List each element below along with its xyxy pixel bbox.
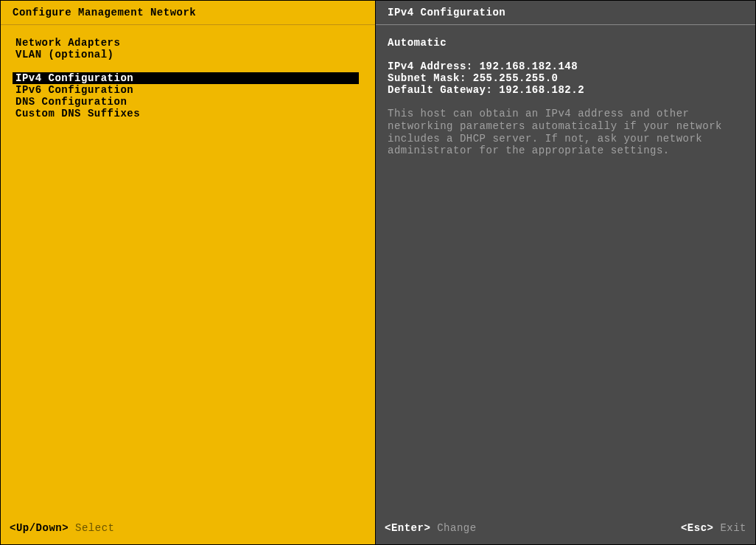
- left-panel: Configure Management Network Network Ada…: [1, 1, 376, 544]
- help-text: This host can obtain an IPv4 address and…: [388, 108, 743, 157]
- config-mode-block: Automatic: [388, 37, 743, 49]
- right-footer: <Enter> Change <Esc> Exit: [376, 516, 755, 544]
- footer-action-change: Change: [437, 522, 476, 534]
- menu-item-vlan[interactable]: VLAN (optional): [13, 49, 359, 60]
- footer-esc-group: <Esc> Exit: [681, 522, 746, 534]
- footer-key-esc: <Esc>: [681, 522, 714, 534]
- subnet-mask-value: 255.255.255.0: [473, 72, 559, 84]
- menu-item-dns-config[interactable]: DNS Configuration: [13, 96, 359, 108]
- main-container: Configure Management Network Network Ada…: [0, 0, 756, 545]
- ipv4-address-line: IPv4 Address: 192.168.182.148: [388, 60, 743, 72]
- subnet-mask-line: Subnet Mask: 255.255.255.0: [388, 72, 743, 84]
- footer-action-exit: Exit: [720, 522, 746, 534]
- config-mode: Automatic: [388, 37, 743, 49]
- default-gateway-value: 192.168.182.2: [499, 84, 584, 96]
- menu-item-network-adapters[interactable]: Network Adapters: [13, 37, 359, 49]
- menu-item-custom-dns-suffixes[interactable]: Custom DNS Suffixes: [13, 108, 359, 119]
- ipv4-address-label: IPv4 Address:: [388, 60, 473, 72]
- default-gateway-line: Default Gateway: 192.168.182.2: [388, 84, 743, 96]
- menu-item-ipv4-config[interactable]: IPv4 Configuration: [13, 72, 359, 84]
- menu-item-ipv6-config[interactable]: IPv6 Configuration: [13, 84, 359, 96]
- left-panel-title: Configure Management Network: [1, 1, 375, 25]
- left-menu: Network Adapters VLAN (optional) IPv4 Co…: [1, 25, 375, 516]
- default-gateway-label: Default Gateway:: [388, 84, 492, 96]
- right-panel-title: IPv4 Configuration: [376, 1, 755, 25]
- footer-enter-group: <Enter> Change: [385, 522, 477, 534]
- footer-key-updown: <Up/Down>: [10, 522, 69, 534]
- ipv4-address-value: 192.168.182.148: [480, 60, 578, 72]
- footer-action-select: Select: [75, 522, 114, 534]
- menu-group-config: IPv4 Configuration IPv6 Configuration DN…: [13, 72, 369, 119]
- menu-group-adapters: Network Adapters VLAN (optional): [13, 37, 369, 60]
- left-footer: <Up/Down> Select: [1, 516, 375, 544]
- right-panel: IPv4 Configuration Automatic IPv4 Addres…: [376, 1, 755, 544]
- subnet-mask-label: Subnet Mask:: [388, 72, 466, 84]
- right-body: Automatic IPv4 Address: 192.168.182.148 …: [376, 25, 755, 516]
- network-info-block: IPv4 Address: 192.168.182.148 Subnet Mas…: [388, 60, 743, 96]
- footer-key-enter: <Enter>: [385, 522, 430, 534]
